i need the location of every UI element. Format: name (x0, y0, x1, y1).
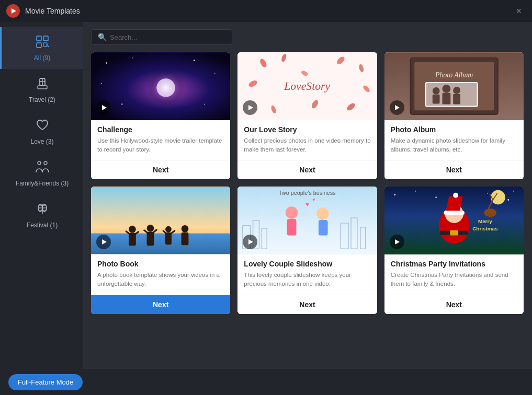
svg-point-47 (442, 85, 450, 93)
card-title-challenge: Challenge (97, 125, 224, 134)
svg-rect-92 (444, 211, 464, 215)
svg-point-24 (194, 60, 195, 61)
thumbnail-photoalbum: Photo Album (384, 52, 524, 120)
sidebar-travel-label: Travel (2) (29, 96, 55, 103)
card-body-photoalbum: Photo Album Make a dynamic photo slidesh… (384, 120, 524, 156)
sidebar-item-family[interactable]: Family&Friends (3) (0, 153, 83, 194)
svg-rect-51 (453, 94, 460, 104)
svg-point-27 (121, 103, 123, 105)
sidebar-love-label: Love (3) (30, 138, 53, 145)
card-body-photobook: Photo Book A photo book template shows y… (91, 254, 230, 290)
templates-grid: Challenge Use this Hollywood-style movie… (83, 50, 532, 369)
card-desc-christmas: Create Christmas Party Invitations and s… (391, 271, 517, 288)
svg-text:Merry: Merry (478, 218, 492, 224)
svg-point-46 (432, 87, 439, 95)
main-layout: All (9) Travel (2) Love (3) (0, 22, 532, 369)
svg-rect-76 (287, 219, 297, 236)
svg-text:Christmas: Christmas (472, 226, 498, 231)
template-card-photoalbum: Photo Album Photo Album (384, 52, 524, 179)
svg-point-85 (435, 196, 437, 198)
play-button-christmas[interactable] (390, 235, 404, 249)
template-card-challenge: Challenge Use this Hollywood-style movie… (91, 52, 230, 179)
svg-text:♥: ♥ (305, 201, 309, 208)
card-desc-photobook: A photo book template shows your videos … (97, 271, 224, 288)
app-logo (6, 4, 20, 18)
svg-point-86 (487, 193, 488, 194)
card-body-challenge: Challenge Use this Hollywood-style movie… (91, 120, 230, 156)
card-desc-lovestory: Collect precious photos in one video mem… (244, 136, 370, 154)
next-button-photoalbum[interactable]: Next (384, 160, 524, 179)
family-icon (34, 160, 51, 177)
svg-text:Two people's business: Two people's business (279, 190, 336, 196)
card-desc-lovely: This lovely couple slideshow keeps your … (244, 271, 370, 288)
sidebar-all-label: All (9) (34, 54, 50, 62)
svg-rect-2 (37, 36, 41, 41)
svg-point-22 (106, 62, 107, 64)
svg-rect-50 (442, 93, 450, 104)
svg-point-54 (129, 226, 136, 233)
grid-icon (35, 34, 50, 51)
svg-point-77 (316, 208, 329, 220)
svg-rect-49 (432, 95, 439, 104)
svg-point-89 (491, 190, 505, 205)
thumbnail-lovestory: LoveStory (237, 52, 377, 120)
search-input-wrap[interactable]: 🔍 (91, 29, 232, 45)
svg-rect-4 (37, 43, 41, 48)
card-body-lovestory: Our Love Story Collect precious photos i… (237, 120, 377, 156)
svg-rect-78 (319, 220, 328, 236)
sidebar-family-label: Family&Friends (3) (16, 180, 69, 187)
next-button-lovely[interactable]: Next (237, 295, 377, 314)
template-card-lovely: ♥ ♥ Two people's business Lovely Couple … (237, 187, 377, 313)
next-button-christmas[interactable]: Next (384, 295, 524, 314)
sidebar-item-festival[interactable]: Festival (1) (0, 194, 83, 236)
travel-icon (35, 76, 50, 93)
next-button-photobook[interactable]: Next (91, 295, 230, 314)
content-area: 🔍 (83, 22, 532, 369)
play-button-photoalbum[interactable] (390, 100, 404, 115)
svg-rect-95 (450, 230, 458, 236)
svg-text:Photo Album: Photo Album (435, 71, 473, 79)
thumbnail-christmas: Merry Christmas (384, 187, 524, 254)
sidebar: All (9) Travel (2) Love (3) (0, 22, 83, 369)
next-button-challenge[interactable]: Next (91, 160, 230, 179)
close-button[interactable]: × (512, 4, 526, 19)
card-body-lovely: Lovely Couple Slideshow This lovely coup… (237, 254, 377, 290)
svg-point-12 (44, 161, 47, 165)
svg-point-11 (38, 161, 41, 165)
festival-icon (35, 202, 50, 218)
svg-point-26 (101, 83, 102, 84)
sidebar-festival-label: Festival (1) (27, 222, 58, 229)
svg-text:LoveStory: LoveStory (284, 80, 331, 92)
play-button-challenge[interactable] (96, 100, 111, 115)
search-input[interactable] (110, 33, 225, 41)
svg-point-84 (415, 191, 416, 192)
card-title-photoalbum: Photo Album (391, 125, 517, 134)
next-button-lovestory[interactable]: Next (237, 160, 377, 179)
sidebar-item-travel[interactable]: Travel (2) (0, 69, 83, 111)
svg-point-28 (204, 104, 205, 105)
svg-rect-53 (91, 234, 230, 254)
card-title-lovestory: Our Love Story (244, 125, 370, 134)
svg-rect-3 (43, 36, 48, 41)
svg-point-48 (453, 87, 460, 94)
template-card-photobook: Photo Book A photo book template shows y… (91, 187, 230, 313)
svg-point-23 (132, 57, 133, 59)
svg-point-25 (214, 73, 216, 74)
sidebar-item-love[interactable]: Love (3) (0, 111, 83, 153)
card-body-christmas: Christmas Party Invitations Create Chris… (384, 254, 524, 290)
full-feature-button[interactable]: Full-Feature Mode (8, 374, 83, 390)
bottom-bar: Full-Feature Mode (0, 369, 532, 395)
search-bar: 🔍 (83, 22, 532, 50)
svg-point-88 (513, 191, 514, 192)
template-card-lovestory: LoveStory Our Love Story Collect preciou… (237, 52, 377, 179)
love-icon (35, 118, 50, 135)
window-title: Movie Templates (25, 7, 512, 15)
svg-point-55 (147, 225, 154, 232)
template-card-christmas: Merry Christmas Christmas Party Invitati… (384, 187, 524, 313)
svg-point-83 (394, 194, 395, 196)
svg-point-75 (286, 207, 298, 219)
svg-point-56 (165, 226, 172, 233)
svg-point-93 (453, 193, 458, 198)
title-bar: Movie Templates × (0, 0, 532, 22)
sidebar-item-all[interactable]: All (9) (0, 27, 83, 69)
